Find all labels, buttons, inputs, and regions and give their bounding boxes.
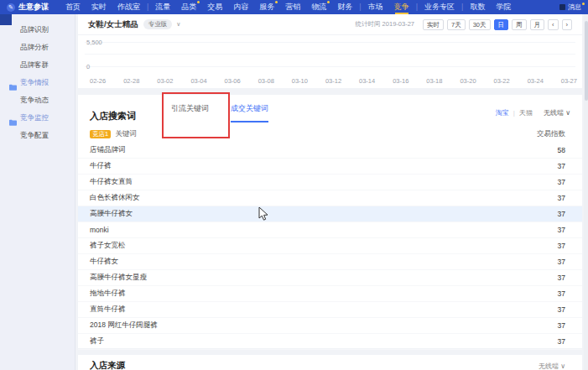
- value-column-header: 交易指数: [537, 129, 565, 139]
- x-axis-label: 03-12: [325, 77, 341, 85]
- sidebar-item[interactable]: 竞争监控: [0, 109, 75, 127]
- nav-item[interactable]: |: [461, 0, 463, 14]
- nav-item[interactable]: 服务: [259, 0, 274, 14]
- scrollbar-thumb[interactable]: [585, 21, 588, 101]
- nav-item[interactable]: 竞争: [394, 0, 409, 14]
- nav-item[interactable]: 学院: [496, 0, 511, 14]
- sidebar-item[interactable]: 品牌分析: [0, 39, 75, 56]
- table-row[interactable]: 牛仔裤女 37: [78, 254, 582, 270]
- keyword-cell: 白色长裤休闲女: [90, 193, 140, 203]
- x-axis-label: 03-16: [393, 77, 408, 85]
- taobao-link[interactable]: 淘宝: [496, 108, 509, 117]
- device-dropdown[interactable]: 无线端 ∨: [539, 362, 565, 370]
- sidebar-item[interactable]: 竞争动态: [0, 91, 75, 109]
- table-row[interactable]: 高腰牛仔裤女 37: [78, 206, 582, 222]
- table-row[interactable]: 裤子 37: [78, 334, 582, 350]
- range-button[interactable]: 实时: [423, 19, 444, 30]
- nav-item[interactable]: 营销: [285, 0, 300, 14]
- user-label: 消息: [568, 3, 581, 12]
- keyword-cell: 高腰牛仔裤女: [90, 209, 133, 219]
- table-row[interactable]: 高腰牛仔裤女显瘦 37: [78, 270, 582, 286]
- keyword-cell: 裤子女宽松: [90, 241, 126, 251]
- table-row[interactable]: 店铺品牌词 58: [78, 143, 582, 159]
- table-row[interactable]: 裤子女宽松 37: [78, 238, 582, 254]
- value-cell: 37: [558, 321, 565, 330]
- table-row[interactable]: 牛仔裤女直筒 37: [78, 175, 582, 190]
- table-row[interactable]: monki 37: [78, 222, 582, 238]
- nav-item[interactable]: 取数: [470, 0, 485, 14]
- sidebar-item[interactable]: 竞争配置: [0, 127, 75, 144]
- sidebar-collapse-stub[interactable]: [0, 14, 12, 25]
- period-button[interactable]: 月: [530, 19, 545, 30]
- value-cell: 37: [558, 274, 565, 282]
- search-panel-header: 入店搜索词 引流关键词 成交关键词 淘宝 | 天猫 无线端 ∨: [78, 95, 582, 122]
- sidebar-item[interactable]: 品牌客群: [0, 56, 75, 74]
- nav-item[interactable]: |: [359, 0, 361, 14]
- x-axis-label: 03-22: [494, 77, 510, 85]
- sidebar-item-label: 品牌分析: [20, 43, 49, 51]
- tmall-link[interactable]: 天猫: [519, 108, 533, 117]
- sidebar: 品牌识别 品牌分析 品牌客群 竞争情报: [0, 14, 75, 370]
- x-axis-label: 03-10: [292, 77, 308, 85]
- nav-item[interactable]: 首页: [65, 0, 81, 14]
- notification-dot-icon: [582, 3, 585, 5]
- nav-item[interactable]: 实时: [91, 0, 107, 14]
- value-cell: 37: [558, 194, 565, 202]
- nav-item[interactable]: 业务专区: [424, 0, 455, 14]
- nav-item[interactable]: 市场: [368, 0, 383, 14]
- x-axis-label: 03-08: [258, 77, 274, 85]
- nav-item[interactable]: 财务: [337, 0, 352, 14]
- next-arrow-button[interactable]: ›: [562, 19, 573, 30]
- table-row[interactable]: 牛仔裤 37: [78, 159, 582, 175]
- sidebar-item-label: 竞争监控: [20, 113, 49, 122]
- chevron-down-icon[interactable]: ∨: [176, 21, 180, 28]
- user-menu[interactable]: 消息: [559, 3, 581, 12]
- sidebar-item-label: 竞争配置: [20, 131, 49, 139]
- range-button[interactable]: 7天: [447, 19, 466, 30]
- chart-controls: 统计时间 2019-03-27 实时 7天 30天 日 周: [356, 19, 572, 30]
- app-brand[interactable]: ✎ 生意参谋: [7, 2, 49, 13]
- prev-arrow-button[interactable]: ‹: [548, 19, 559, 30]
- nav-item[interactable]: |: [147, 0, 148, 14]
- scrollbar-track[interactable]: [584, 14, 588, 370]
- value-cell: 37: [558, 289, 565, 298]
- top-navbar: ✎ 生意参谋 首页 实时 作战室 | 流量 品类 交易 内容 服务 营销 物流 …: [0, 0, 588, 14]
- device-dropdown[interactable]: 无线端 ∨: [544, 108, 570, 117]
- nav-item[interactable]: 物流: [311, 0, 326, 14]
- value-cell: 37: [558, 178, 565, 186]
- keyword-tab[interactable]: 成交关键词: [231, 103, 268, 122]
- table-row[interactable]: 直筒牛仔裤 37: [78, 302, 582, 318]
- chart-header: 女鞋/女士精品 专业版 ∨ 统计时间 2019-03-27 实时 7天 30天: [78, 14, 582, 35]
- gridline: [85, 66, 575, 67]
- nav-item[interactable]: 作战室: [117, 0, 140, 14]
- nav-item[interactable]: |: [416, 0, 418, 14]
- x-axis-label: 03-06: [225, 77, 241, 85]
- table-row[interactable]: 2018 网红牛仔阔腿裤 37: [78, 318, 582, 334]
- x-axis-label: 02-28: [123, 77, 139, 85]
- divider: |: [513, 109, 515, 117]
- sidebar-item[interactable]: 竞争情报: [0, 74, 75, 91]
- nav-item[interactable]: 交易: [207, 0, 222, 14]
- value-cell: 37: [558, 162, 565, 170]
- period-button[interactable]: 日: [494, 19, 509, 30]
- value-cell: 37: [558, 226, 565, 234]
- x-axis-label: 02-26: [90, 77, 106, 85]
- keyword-tab[interactable]: 引流关键词: [171, 103, 209, 122]
- nav-item[interactable]: 品类: [181, 0, 196, 14]
- x-axis-label: 03-04: [190, 77, 206, 85]
- period-button[interactable]: 周: [512, 19, 527, 30]
- keyword-tabs: 引流关键词 成交关键词: [171, 103, 268, 122]
- trend-chart-panel: 女鞋/女士精品 专业版 ∨ 统计时间 2019-03-27 实时 7天 30天: [78, 14, 582, 88]
- table-row[interactable]: 白色长裤休闲女 37: [78, 190, 582, 206]
- value-cell: 37: [558, 337, 565, 346]
- source-panel-header: 入店来源 无线端 ∨: [78, 355, 582, 370]
- keyword-cell: monki: [90, 226, 109, 234]
- keyword-cell: 拖地牛仔裤: [90, 289, 126, 299]
- range-button[interactable]: 30天: [469, 19, 491, 30]
- store-source-panel: 入店来源 无线端 ∨: [78, 355, 582, 370]
- panel-title: 入店搜索词: [90, 110, 136, 122]
- table-row[interactable]: 拖地牛仔裤 37: [78, 286, 582, 302]
- x-axis-label: 03-27: [561, 77, 577, 85]
- nav-item[interactable]: 流量: [155, 0, 170, 14]
- nav-item[interactable]: 内容: [233, 0, 248, 14]
